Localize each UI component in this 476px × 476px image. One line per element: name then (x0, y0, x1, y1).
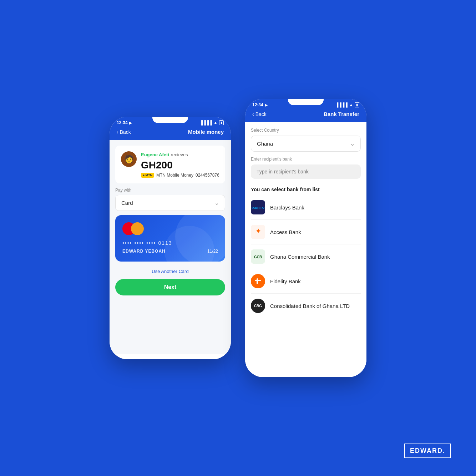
bank-name-gcb: Ghana Commercial Bank (270, 254, 330, 260)
pay-with-section: Pay with Card ⌄ (110, 188, 231, 211)
credit-card: •••• •••• •••• 0113 EDWARD YEBOAH 11/22 (115, 215, 225, 262)
svg-text:BARCLAY: BARCLAY (252, 206, 264, 210)
bank-name-cbg: Consolidated Bank of Ghana LTD (270, 303, 350, 309)
edward-watermark: EDWARD. (404, 444, 451, 458)
next-button[interactable]: Next (115, 279, 225, 295)
bank-name-fidelity: Fidelity Bank (270, 278, 301, 284)
recipient-name: Eugene Afeti (141, 152, 169, 157)
recipient-info: Eugene Afeti recieves GH200 ● MTN MTN Mo… (141, 151, 219, 178)
back-chevron-right: ‹ (252, 111, 254, 117)
back-chevron-left: ‹ (117, 129, 118, 135)
recipient-card: 🧑 Eugene Afeti recieves GH200 ● MTN MTN … (115, 146, 225, 183)
bank-list-label: You can select bank from list (245, 182, 366, 195)
pay-dropdown-value: Card (121, 200, 133, 206)
bank-name-access: Access Bank (270, 229, 301, 235)
bank-name-barclays: Barclays Bank (270, 204, 304, 211)
gcb-icon: GCB (252, 250, 264, 263)
pay-with-label: Pay with (115, 188, 225, 193)
bank-logo-barclays: BARCLAY (251, 200, 265, 214)
location-icon-right: ▶ (265, 103, 268, 107)
wifi-icon: ▲ (213, 120, 218, 125)
mtn-icon: ● (143, 173, 145, 177)
chevron-down-icon: ⌄ (214, 199, 219, 206)
svg-text:✦: ✦ (255, 228, 261, 235)
status-time-left: 12:34 ▶ (117, 120, 132, 125)
cbg-icon: CBG (251, 299, 265, 313)
fidelity-icon (251, 274, 265, 288)
left-phone-body: 🧑 Eugene Afeti recieves GH200 ● MTN MTN … (110, 140, 231, 354)
page-title-left: Mobile money (188, 129, 224, 135)
back-button-left[interactable]: ‹ Back (117, 129, 131, 135)
notch (152, 117, 188, 123)
status-icons-right: ▐▐▐▐ ▲ ▮ (335, 102, 359, 107)
amount-display: GH200 (141, 159, 219, 171)
bank-item-cbg[interactable]: CBG Consolidated Bank of Ghana LTD (251, 294, 361, 318)
chevron-down-country: ⌄ (350, 140, 355, 147)
page-title-right: Bank Transfer (324, 111, 359, 117)
mtn-row: ● MTN MTN Mobile Money 0244567876 (141, 173, 219, 178)
bank-search-input[interactable] (251, 164, 361, 179)
country-section: Select Country Ghana ⌄ (245, 122, 366, 155)
right-phone: 12:34 ▶ ▐▐▐▐ ▲ ▮ ‹ Back Bank Transfer (245, 99, 366, 377)
bank-logo-access: ✦ (251, 225, 265, 239)
wifi-icon-right: ▲ (349, 102, 353, 107)
right-phone-body: Select Country Ghana ⌄ Enter recipient's… (245, 122, 366, 370)
access-icon: ✦ (252, 226, 264, 238)
bank-list: BARCLAY Barclays Bank ✦ Access Bank (245, 195, 366, 318)
back-button-right[interactable]: ‹ Back (252, 111, 267, 117)
left-phone: 12:34 ▶ ▐▐▐▐ ▲ ▮ ‹ Back Mobile money (110, 117, 231, 359)
bank-search-section: Enter recipient's bank (245, 155, 366, 182)
bank-logo-fidelity (251, 274, 265, 288)
status-icons-left: ▐▐▐▐ ▲ ▮ (200, 120, 224, 125)
country-value: Ghana (257, 141, 273, 147)
battery-icon-right: ▮ (355, 102, 359, 107)
mastercard-orange-circle (131, 222, 144, 235)
time-display-left: 12:34 (117, 120, 128, 125)
enter-bank-label: Enter recipient's bank (251, 157, 361, 162)
pay-dropdown[interactable]: Card ⌄ (115, 195, 225, 211)
bank-item-fidelity[interactable]: Fidelity Bank (251, 269, 361, 294)
avatar: 🧑 (121, 151, 137, 167)
battery-icon: ▮ (219, 120, 224, 125)
back-label-right: Back (255, 111, 267, 117)
time-display-right: 12:34 (252, 102, 263, 107)
country-dropdown[interactable]: Ghana ⌄ (251, 136, 361, 152)
mtn-phone: 0244567876 (196, 173, 219, 178)
svg-text:CBG: CBG (254, 304, 262, 308)
mtn-badge: ● MTN (141, 173, 154, 178)
recipient-name-row: Eugene Afeti recieves (141, 151, 219, 158)
bank-logo-gcb: GCB (251, 249, 265, 264)
svg-rect-8 (255, 280, 261, 281)
svg-text:GCB: GCB (254, 255, 262, 259)
bank-item-barclays[interactable]: BARCLAY Barclays Bank (251, 195, 361, 220)
card-holder-name: EDWARD YEBOAH (122, 249, 166, 254)
mtn-text: MTN (145, 173, 152, 177)
bank-logo-cbg: CBG (251, 299, 265, 313)
bank-item-access[interactable]: ✦ Access Bank (251, 220, 361, 244)
recipient-action: recieves (171, 152, 188, 157)
use-another-card-link[interactable]: Use Another Card (110, 266, 231, 277)
status-time-right: 12:34 ▶ (252, 102, 268, 107)
barclays-icon: BARCLAY (252, 201, 264, 214)
mtn-label: MTN Mobile Money (156, 173, 193, 178)
notch-right (288, 99, 324, 105)
mastercard-logo (122, 222, 218, 235)
signal-icon-right: ▐▐▐▐ (335, 102, 348, 107)
location-icon: ▶ (129, 121, 132, 125)
back-label-left: Back (120, 129, 131, 135)
signal-icon: ▐▐▐▐ (200, 120, 212, 125)
select-country-label: Select Country (251, 128, 361, 133)
bank-item-gcb[interactable]: GCB Ghana Commercial Bank (251, 244, 361, 269)
